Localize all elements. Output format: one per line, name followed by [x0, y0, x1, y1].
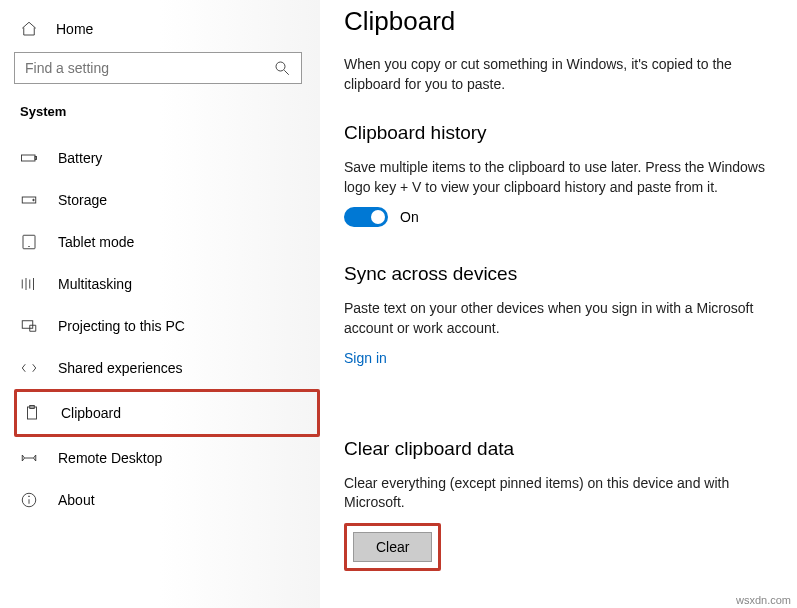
- svg-point-18: [29, 496, 30, 497]
- history-toggle[interactable]: [344, 207, 388, 227]
- multitasking-icon: [20, 275, 38, 293]
- shared-icon: [20, 359, 38, 377]
- sidebar-item-battery[interactable]: Battery: [14, 137, 320, 179]
- sidebar-item-projecting[interactable]: Projecting to this PC: [14, 305, 320, 347]
- battery-icon: [20, 149, 38, 167]
- home-label: Home: [56, 21, 93, 37]
- sidebar-item-label: Clipboard: [61, 405, 121, 421]
- clear-title: Clear clipboard data: [344, 438, 767, 460]
- svg-point-0: [276, 62, 285, 71]
- about-icon: [20, 491, 38, 509]
- page-title: Clipboard: [344, 6, 767, 37]
- remote-desktop-icon: [20, 449, 38, 467]
- sidebar-item-label: Battery: [58, 150, 102, 166]
- sync-desc: Paste text on your other devices when yo…: [344, 299, 767, 338]
- projecting-icon: [20, 317, 38, 335]
- sidebar-item-tablet-mode[interactable]: Tablet mode: [14, 221, 320, 263]
- sidebar-item-label: Tablet mode: [58, 234, 134, 250]
- sidebar-item-storage[interactable]: Storage: [14, 179, 320, 221]
- search-input[interactable]: [25, 60, 273, 76]
- svg-point-5: [33, 199, 35, 201]
- storage-icon: [20, 191, 38, 209]
- sidebar-item-label: Storage: [58, 192, 107, 208]
- svg-rect-3: [35, 157, 37, 160]
- home-icon: [20, 20, 38, 38]
- sidebar-item-label: About: [58, 492, 95, 508]
- history-desc: Save multiple items to the clipboard to …: [344, 158, 767, 197]
- sidebar-item-label: Multitasking: [58, 276, 132, 292]
- sign-in-link[interactable]: Sign in: [344, 350, 387, 366]
- page-intro: When you copy or cut something in Window…: [344, 55, 767, 94]
- tablet-icon: [20, 233, 38, 251]
- sidebar-item-label: Shared experiences: [58, 360, 183, 376]
- sidebar-item-label: Projecting to this PC: [58, 318, 185, 334]
- svg-rect-12: [22, 321, 33, 329]
- clear-button[interactable]: Clear: [353, 532, 432, 562]
- sync-title: Sync across devices: [344, 263, 767, 285]
- home-link[interactable]: Home: [14, 14, 320, 52]
- search-icon: [273, 59, 291, 77]
- history-title: Clipboard history: [344, 122, 767, 144]
- clear-button-highlight: Clear: [344, 523, 441, 571]
- svg-line-1: [284, 70, 289, 75]
- history-toggle-label: On: [400, 209, 419, 225]
- search-input-container[interactable]: [14, 52, 302, 84]
- sidebar-item-shared-experiences[interactable]: Shared experiences: [14, 347, 320, 389]
- clipboard-icon: [23, 404, 41, 422]
- sidebar-item-remote-desktop[interactable]: Remote Desktop: [14, 437, 320, 479]
- category-label: System: [20, 104, 320, 119]
- sidebar-item-multitasking[interactable]: Multitasking: [14, 263, 320, 305]
- watermark: wsxdn.com: [736, 594, 791, 606]
- clear-desc: Clear everything (except pinned items) o…: [344, 474, 767, 513]
- sidebar-item-about[interactable]: About: [14, 479, 320, 521]
- sidebar-item-label: Remote Desktop: [58, 450, 162, 466]
- svg-rect-2: [22, 155, 36, 161]
- sidebar-item-clipboard[interactable]: Clipboard: [14, 389, 320, 437]
